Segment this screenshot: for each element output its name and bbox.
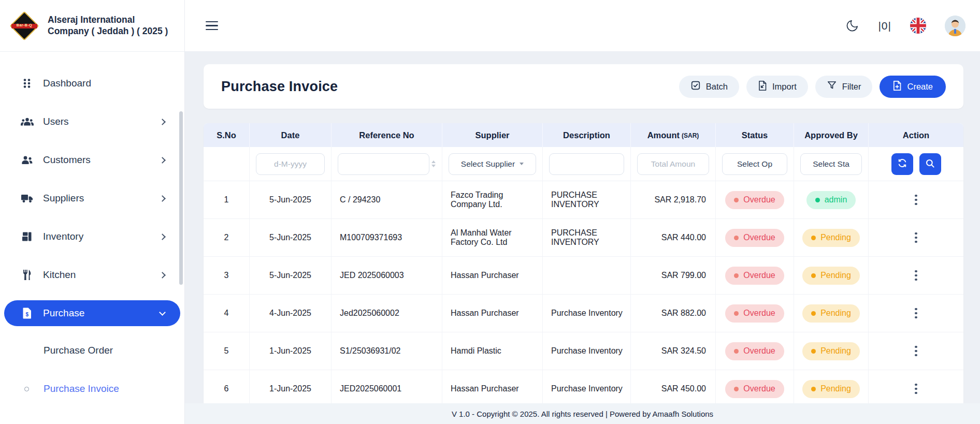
approved-select-value: Select Sta [813,159,849,169]
chevron-right-icon [159,195,166,202]
approved-dot-icon [815,198,820,202]
filter-description-cell [543,147,631,181]
description-filter-input[interactable] [549,153,624,175]
cell-reference: JED 2025060003 [332,257,442,295]
reset-filters-button[interactable] [891,153,913,175]
chevron-right-icon [159,272,166,279]
batch-button-label: Batch [706,82,728,92]
amount-filter-input[interactable] [637,153,709,175]
language-flag-icon[interactable] [910,18,926,34]
file-plus-icon [892,80,902,93]
cell-reference: C / 294230 [332,181,442,219]
sidebar-item-customers[interactable]: Customers [4,147,180,173]
chevron-right-icon [159,233,166,240]
cell-amount: SAR 450.00 [631,370,716,408]
create-button[interactable]: Create [880,76,946,98]
approved-filter-select[interactable]: Select Sta [800,153,862,175]
approved-badge: Pending [802,380,860,398]
hamburger-menu-icon[interactable] [206,21,218,31]
main-area: |0| Purchase Invoice Batch [185,0,980,424]
cell-supplier: Hassan Purchaser [442,257,543,295]
filter-button[interactable]: Filter [815,76,873,98]
sidebar-item-kitchen[interactable]: Kitchen [4,262,180,288]
status-dot-icon [734,349,739,354]
sidebar-item-label: Purchase [43,308,84,319]
cell-reference: Jed2025060002 [332,295,442,332]
approved-dot-icon [811,387,816,391]
sidebar-item-inventory[interactable]: Inventory [4,224,180,250]
table-row[interactable]: 1 5-Jun-2025 C / 294230 Fazco Trading Co… [204,181,963,219]
chevron-down-icon [159,309,166,316]
row-actions-kebab-icon[interactable] [912,381,920,398]
boxes-icon [20,231,34,242]
sidebar: Bar-B-Q Alseraj International Company ( … [0,0,185,424]
sidebar-item-dashboard[interactable]: Dashboard [4,70,180,96]
filter-approved-cell: Select Sta [794,147,869,181]
status-badge: Overdue [725,229,784,247]
cell-status: Overdue [716,295,794,332]
table-row[interactable]: 5 1-Jun-2025 S1/25036931/02 Hamdi Plasti… [204,332,963,370]
sidebar-subitem-purchase-order[interactable]: Purchase Order [4,339,180,362]
copyright-text: V 1.0 - Copyright © 2025. All rights res… [452,410,713,418]
cell-supplier: Hassan Purchaser [442,370,543,408]
cell-action [869,295,963,332]
cell-amount: SAR 2,918.70 [631,181,716,219]
row-actions-kebab-icon[interactable] [912,267,920,284]
table-row[interactable]: 3 5-Jun-2025 JED 2025060003 Hassan Purch… [204,257,963,295]
cell-description: PURCHASE INVENTORY [543,181,631,219]
row-actions-kebab-icon[interactable] [912,192,920,209]
col-header-status: Status [716,123,794,147]
user-avatar[interactable] [945,16,965,36]
dark-mode-toggle-moon-icon[interactable] [845,19,859,33]
amount-label: Amount [647,130,680,140]
sidebar-item-label: Kitchen [43,269,76,281]
cell-status: Overdue [716,219,794,257]
row-actions-kebab-icon[interactable] [912,305,920,322]
table-row[interactable]: 4 4-Jun-2025 Jed2025060002 Hassan Purcha… [204,295,963,332]
status-badge: Overdue [725,267,784,285]
cell-description [543,257,631,295]
search-button[interactable] [919,153,941,175]
status-dot-icon [734,273,739,278]
cell-description: Purchase Inventory [543,332,631,370]
sidebar-subitem-purchase-invoice[interactable]: Purchase Invoice [4,377,180,401]
row-actions-kebab-icon[interactable] [912,343,920,360]
approved-dot-icon [811,236,816,240]
filter-sno-cell [204,147,250,181]
cell-date: 4-Jun-2025 [250,295,332,332]
batch-button[interactable]: Batch [679,76,739,98]
table-row[interactable]: 6 1-Jun-2025 JED2025060001 Hassan Purcha… [204,370,963,408]
date-filter-input[interactable] [256,153,325,175]
sidebar-scrollbar[interactable] [179,111,183,285]
sidebar-header: Bar-B-Q Alseraj International Company ( … [0,0,184,52]
cell-date: 5-Jun-2025 [250,257,332,295]
supplier-filter-select[interactable]: Select Supplier [449,153,536,175]
sidebar-item-label: Customers [43,154,91,166]
app-window: Bar-B-Q Alseraj International Company ( … [0,0,980,424]
approved-badge: Pending [802,342,860,360]
cell-action [869,181,963,219]
table-row[interactable]: 2 5-Jun-2025 M100709371693 Al Manhal Wat… [204,219,963,257]
approved-badge: Pending [802,304,860,323]
columns-icon[interactable]: |0| [878,20,891,32]
cell-supplier: Fazco Trading Company Ltd. [442,181,543,219]
number-spinner[interactable] [431,160,436,167]
filter-supplier-cell: Select Supplier [442,147,543,181]
filter-reference-cell [332,147,442,181]
sidebar-item-purchase[interactable]: $ Purchase [4,300,180,326]
invoice-dollar-icon: $ [20,307,34,319]
search-icon [925,158,935,170]
sidebar-item-suppliers[interactable]: Suppliers [4,185,180,211]
row-actions-kebab-icon[interactable] [912,229,920,246]
cell-sno: 3 [204,257,250,295]
cell-action [869,257,963,295]
import-button[interactable]: Import [746,76,808,98]
table-filter-row: Select Supplier Select Op [204,147,963,181]
col-header-date: Date [250,123,332,147]
sidebar-item-users[interactable]: Users [4,109,180,135]
reference-filter-input[interactable] [338,153,429,175]
status-filter-select[interactable]: Select Op [722,153,787,175]
cell-approved: Pending [794,295,869,332]
company-logo: Bar-B-Q [9,11,39,41]
checkbox-icon [690,80,701,93]
